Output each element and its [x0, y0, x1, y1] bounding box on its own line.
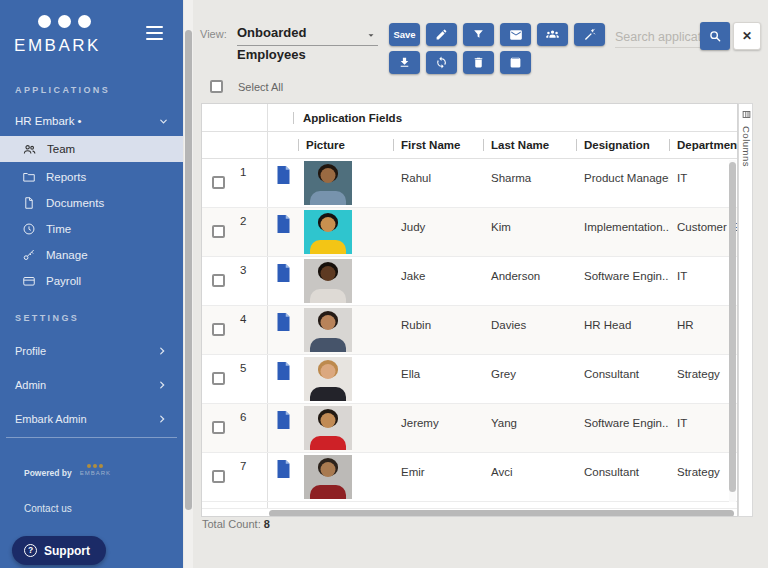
sidebar-item-embark-admin[interactable]: Embark Admin — [0, 406, 183, 432]
save-button[interactable]: Save — [389, 23, 420, 46]
cell-first-name: Judy — [393, 208, 483, 256]
cell-first-name: Rubin — [393, 306, 483, 354]
cell-last-name: Kim — [483, 208, 576, 256]
document-icon — [22, 196, 36, 210]
clear-search-button[interactable]: ✕ — [733, 22, 761, 50]
group-header: Application Fields — [303, 112, 402, 124]
open-application-button[interactable] — [268, 208, 298, 256]
row-checkbox[interactable] — [212, 176, 225, 189]
clock-icon — [22, 222, 36, 236]
row-number: 1 — [240, 166, 246, 178]
mail-button[interactable] — [500, 23, 531, 46]
sidebar-divider — [6, 437, 177, 438]
sidebar-item-reports[interactable]: Reports — [0, 164, 183, 190]
chevron-down-icon — [158, 116, 169, 127]
support-button[interactable]: ? Support — [12, 536, 106, 565]
bulk-users-icon — [545, 27, 560, 42]
row-number: 6 — [240, 411, 246, 423]
row-number: 5 — [240, 362, 246, 374]
bulk-users-button[interactable] — [537, 23, 568, 46]
row-checkbox[interactable] — [212, 225, 225, 238]
download-button[interactable] — [389, 51, 420, 74]
delete-button[interactable] — [463, 51, 494, 74]
file-icon — [276, 264, 291, 282]
h-scrollbar-thumb[interactable] — [269, 510, 734, 517]
wand-button[interactable] — [574, 23, 605, 46]
edit-button[interactable] — [426, 23, 457, 46]
refresh-button[interactable] — [426, 51, 457, 74]
total-count: Total Count: 8 — [202, 518, 270, 530]
open-application-button[interactable] — [268, 404, 298, 452]
file-icon — [276, 166, 291, 184]
team-icon — [22, 142, 37, 157]
table-row: 1 Rahul Sharma Product Manager IT — [202, 159, 737, 208]
cell-designation: Product Manager — [576, 159, 669, 207]
sidebar-item-time[interactable]: Time — [0, 216, 183, 242]
row-number: 7 — [240, 460, 246, 472]
v-scrollbar-thumb[interactable] — [729, 162, 736, 492]
page-scrollbar[interactable] — [184, 0, 193, 568]
columns-panel-tab[interactable]: Columns — [738, 103, 753, 517]
file-icon — [276, 215, 291, 233]
open-application-button[interactable] — [268, 306, 298, 354]
row-checkbox[interactable] — [212, 323, 225, 336]
col-header-picture[interactable]: Picture — [298, 132, 393, 158]
cell-designation: Consultant — [576, 355, 669, 403]
row-checkbox[interactable] — [212, 421, 225, 434]
embark-logo: EMBARK — [0, 36, 115, 56]
workspace-selector-hr-embark[interactable]: HR Embark • — [0, 108, 183, 134]
employees-table: Application Fields Picture First Name La… — [201, 103, 738, 517]
row-checkbox[interactable] — [212, 274, 225, 287]
cell-last-name: Sharma — [483, 159, 576, 207]
sidebar-item-payroll[interactable]: Payroll — [0, 268, 183, 294]
filter-icon — [472, 28, 485, 41]
sidebar-item-documents[interactable]: Documents — [0, 190, 183, 216]
sidebar-item-admin[interactable]: Admin — [0, 372, 183, 398]
chevron-right-icon — [157, 380, 167, 390]
open-application-button[interactable] — [268, 355, 298, 403]
menu-icon[interactable] — [146, 26, 163, 40]
search-button[interactable] — [700, 22, 730, 50]
cell-first-name: Jeremy — [393, 404, 483, 452]
pinned-header-cell — [202, 104, 268, 131]
cell-designation: Implementation... — [576, 208, 669, 256]
col-header-last-name[interactable]: Last Name — [483, 132, 576, 158]
table-vertical-scrollbar[interactable] — [729, 160, 736, 502]
col-header-designation[interactable]: Designation — [576, 132, 669, 158]
open-application-button[interactable] — [268, 159, 298, 207]
chevron-right-icon — [157, 414, 167, 424]
columns-grid-icon — [742, 110, 751, 119]
employee-photo — [304, 259, 352, 303]
row-checkbox[interactable] — [212, 470, 225, 483]
archive-button[interactable] — [500, 51, 531, 74]
col-header-department[interactable]: Department — [669, 132, 738, 158]
row-checkbox[interactable] — [212, 372, 225, 385]
card-icon — [22, 274, 36, 288]
sidebar-item-team[interactable]: Team — [0, 136, 183, 162]
pinned-header-cell — [202, 132, 268, 158]
cell-department: IT — [669, 404, 737, 452]
view-select[interactable]: Onboarded Employees — [237, 22, 378, 46]
app-screen: EMBARK APPLICATIONS HR Embark • Team Rep… — [0, 0, 768, 568]
table-row: 6 Jeremy Yang Software Engin... IT — [202, 404, 737, 453]
table-horizontal-scrollbar[interactable] — [202, 509, 737, 517]
employee-photo — [304, 406, 352, 450]
cell-first-name: Rahul — [393, 159, 483, 207]
search-input[interactable] — [615, 26, 700, 48]
filter-button[interactable] — [463, 23, 494, 46]
cell-designation: HR Head — [576, 306, 669, 354]
open-application-button[interactable] — [268, 257, 298, 305]
cell-designation: Software Engin... — [576, 257, 669, 305]
page-scrollbar-thumb[interactable] — [185, 30, 192, 510]
cell-first-name: Jake — [393, 257, 483, 305]
col-header-first-name[interactable]: First Name — [393, 132, 483, 158]
sidebar-item-manage[interactable]: Manage — [0, 242, 183, 268]
folder-icon — [22, 170, 36, 184]
select-all-checkbox[interactable] — [210, 80, 223, 93]
cell-first-name: Ella — [393, 355, 483, 403]
sidebar-item-profile[interactable]: Profile — [0, 338, 183, 364]
contact-us-link[interactable]: Contact us — [24, 503, 72, 514]
cell-designation: Consultant — [576, 453, 669, 501]
open-application-button[interactable] — [268, 453, 298, 501]
row-number: 4 — [240, 313, 246, 325]
